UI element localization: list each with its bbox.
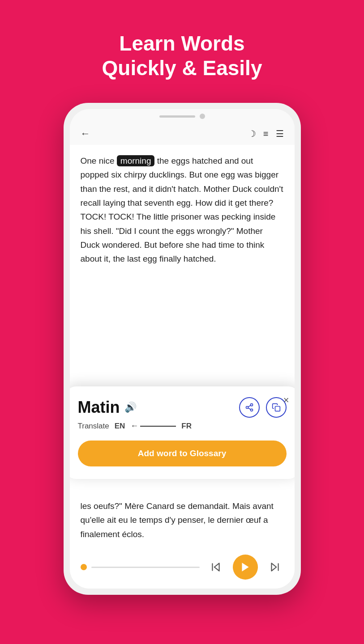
settings-icon[interactable]: ≡	[263, 129, 269, 139]
close-button[interactable]: ×	[283, 394, 289, 406]
hero-section: Learn Words Quickly & Easily	[102, 0, 262, 80]
translate-arrow: ←	[130, 421, 176, 431]
app-header: ← ☽ ≡ ☰	[70, 123, 295, 145]
moon-icon[interactable]: ☽	[248, 128, 256, 139]
arrow-head-icon: ←	[130, 421, 138, 431]
play-button[interactable]	[233, 555, 258, 580]
progress-track[interactable]	[91, 567, 200, 568]
lang-to: FR	[181, 422, 192, 431]
speaker-icon[interactable]: 🔊	[124, 402, 137, 413]
phone-shell: ← ☽ ≡ ☰ One nice morning the eggs hatche…	[64, 103, 301, 595]
popup-action-icons	[239, 397, 287, 418]
glossary-popup: × Matin 🔊	[70, 386, 295, 479]
lang-from: EN	[115, 422, 125, 431]
hero-title-line1: Learn Words	[119, 32, 244, 55]
reader-icon[interactable]: ☰	[276, 128, 284, 139]
popup-word: Matin	[78, 398, 120, 417]
reading-text-after: the eggs hatched and out popped six chir…	[81, 156, 283, 263]
next-button[interactable]	[266, 558, 284, 576]
camera-dot	[200, 114, 205, 119]
french-text: les oeufs?" Mère Canard se demandait. Ma…	[81, 501, 274, 539]
svg-marker-8	[242, 563, 248, 572]
notch-bar	[159, 115, 195, 118]
popup-word-row: Matin 🔊	[78, 397, 287, 418]
svg-marker-9	[271, 563, 276, 571]
hero-title-line2: Quickly & Easily	[102, 56, 262, 80]
svg-line-3	[248, 408, 251, 409]
progress-dot	[81, 564, 87, 570]
back-button[interactable]: ←	[81, 128, 90, 140]
reading-text-before: One nice	[81, 156, 117, 165]
audio-player	[70, 548, 295, 589]
player-controls	[207, 555, 284, 580]
bottom-reading: les oeufs?" Mère Canard se demandait. Ma…	[70, 492, 295, 548]
svg-line-4	[248, 405, 251, 407]
add-glossary-button[interactable]: Add word to Glossary	[78, 441, 287, 466]
svg-marker-6	[214, 563, 219, 571]
svg-rect-5	[275, 407, 280, 411]
share-button[interactable]	[239, 397, 260, 418]
header-icons: ☽ ≡ ☰	[248, 128, 284, 139]
translate-row: Translate EN ← FR	[78, 421, 287, 431]
popup-word-left: Matin 🔊	[78, 398, 137, 417]
translate-label: Translate	[78, 422, 109, 431]
hero-title: Learn Words Quickly & Easily	[102, 31, 262, 80]
highlighted-word[interactable]: morning	[117, 155, 155, 166]
prev-button[interactable]	[207, 558, 225, 576]
phone-screen: ← ☽ ≡ ☰ One nice morning the eggs hatche…	[70, 109, 295, 589]
phone-notch	[70, 109, 295, 123]
phone-device: ← ☽ ≡ ☰ One nice morning the eggs hatche…	[64, 103, 301, 595]
arrow-line-bar	[140, 426, 176, 427]
progress-area[interactable]	[81, 564, 200, 570]
